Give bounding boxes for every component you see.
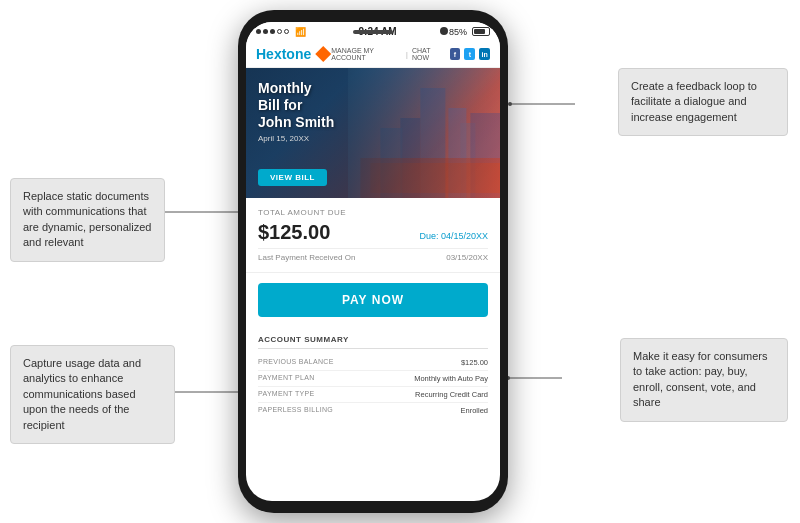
linkedin-icon[interactable]: in xyxy=(479,48,490,60)
hero-text-block: Monthly Bill for John Smith April 15, 20… xyxy=(258,80,334,143)
pay-now-button[interactable]: PAY NOW xyxy=(258,283,488,317)
annotation-top-right-text: Create a feedback loop to facilitate a d… xyxy=(631,80,757,123)
summary-row-value: $125.00 xyxy=(461,358,488,367)
logo-text: Hextone xyxy=(256,46,311,62)
summary-row-key: PAYMENT PLAN xyxy=(258,374,315,383)
annotation-bottom-left-text: Capture usage data and analytics to enha… xyxy=(23,357,141,431)
hero-date: April 15, 20XX xyxy=(258,134,334,143)
summary-row: PREVIOUS BALANCE $125.00 xyxy=(258,355,488,371)
twitter-icon[interactable]: t xyxy=(464,48,475,60)
summary-row-value: Enrolled xyxy=(460,406,488,415)
phone-camera xyxy=(440,27,448,35)
signal-dots: 📶 xyxy=(256,27,306,37)
summary-row-key: PAYMENT TYPE xyxy=(258,390,314,399)
payment-last-row: Last Payment Received On 03/15/20XX xyxy=(258,248,488,262)
summary-row: PAYMENT PLAN Monthly with Auto Pay xyxy=(258,371,488,387)
summary-row-key: PREVIOUS BALANCE xyxy=(258,358,334,367)
summary-row: PAPERLESS BILLING Enrolled xyxy=(258,403,488,418)
phone-device: 📶 9:24 AM 85% Hextone MANAGE MY ACCOUNT … xyxy=(238,10,508,513)
summary-row-value: Recurring Credit Card xyxy=(415,390,488,399)
svg-point-1 xyxy=(508,102,512,106)
nav-separator: | xyxy=(406,51,408,58)
annotation-top-left-text: Replace static documents with communicat… xyxy=(23,190,151,248)
annotation-top-left: Replace static documents with communicat… xyxy=(10,178,165,262)
phone-speaker xyxy=(353,30,393,34)
annotation-bottom-left: Capture usage data and analytics to enha… xyxy=(10,345,175,444)
summary-row-key: PAPERLESS BILLING xyxy=(258,406,333,415)
view-bill-button[interactable]: VIEW BILL xyxy=(258,169,327,186)
last-payment-date: 03/15/20XX xyxy=(446,253,488,262)
payment-amount-row: $125.00 Due: 04/15/20XX xyxy=(258,221,488,244)
wifi-icon: 📶 xyxy=(295,27,306,37)
dot-5 xyxy=(284,29,289,34)
battery-fill xyxy=(474,29,485,34)
phone-screen: 📶 9:24 AM 85% Hextone MANAGE MY ACCOUNT … xyxy=(246,22,500,501)
dot-4 xyxy=(277,29,282,34)
nav-chat[interactable]: CHAT NOW xyxy=(412,47,446,61)
account-summary-title: ACCOUNT SUMMARY xyxy=(258,335,488,349)
payment-due: Due: 04/15/20XX xyxy=(419,231,488,241)
app-logo: Hextone xyxy=(256,46,331,62)
hero-title: Monthly Bill for John Smith xyxy=(258,80,334,130)
facebook-icon[interactable]: f xyxy=(450,48,461,60)
last-payment-label: Last Payment Received On xyxy=(258,253,355,262)
annotation-bottom-right-text: Make it easy for consumers to take actio… xyxy=(633,350,768,408)
payment-label: TOTAL AMOUNT DUE xyxy=(258,208,488,217)
dot-3 xyxy=(270,29,275,34)
battery-pct: 85% xyxy=(449,27,467,37)
summary-row: PAYMENT TYPE Recurring Credit Card xyxy=(258,387,488,403)
hero-banner: Monthly Bill for John Smith April 15, 20… xyxy=(246,68,500,198)
battery-bar xyxy=(472,27,490,36)
nav-manage[interactable]: MANAGE MY ACCOUNT xyxy=(331,47,402,61)
account-summary: ACCOUNT SUMMARY PREVIOUS BALANCE $125.00… xyxy=(246,327,500,426)
dot-2 xyxy=(263,29,268,34)
app-header: Hextone MANAGE MY ACCOUNT | CHAT NOW f t… xyxy=(246,41,500,68)
annotation-bottom-right: Make it easy for consumers to take actio… xyxy=(620,338,788,422)
summary-row-value: Monthly with Auto Pay xyxy=(414,374,488,383)
battery-area: 85% xyxy=(449,27,490,37)
dot-1 xyxy=(256,29,261,34)
logo-diamond-icon xyxy=(315,46,331,62)
payment-amount: $125.00 xyxy=(258,221,330,244)
payment-section: TOTAL AMOUNT DUE $125.00 Due: 04/15/20XX… xyxy=(246,198,500,273)
annotation-top-right: Create a feedback loop to facilitate a d… xyxy=(618,68,788,136)
header-nav: MANAGE MY ACCOUNT | CHAT NOW f t in xyxy=(331,47,490,61)
summary-rows: PREVIOUS BALANCE $125.00 PAYMENT PLAN Mo… xyxy=(258,355,488,418)
